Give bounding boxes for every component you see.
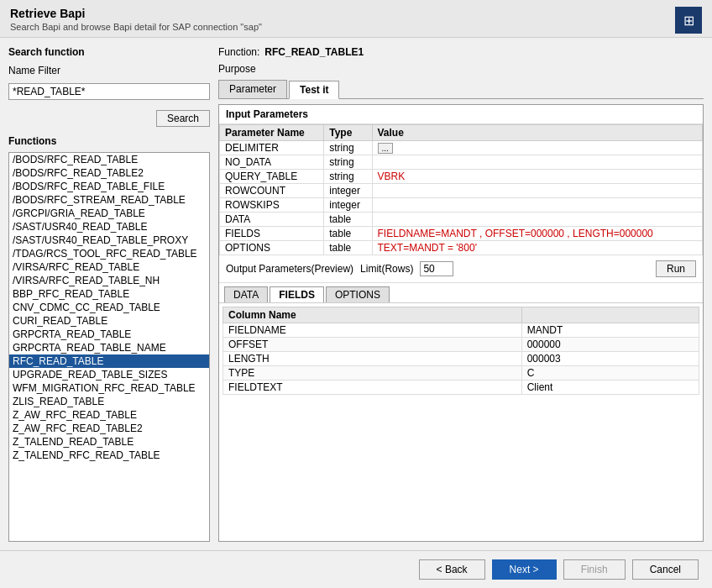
output-params-label: Output Parameters(Preview) — [226, 263, 353, 275]
name-filter-input[interactable] — [8, 83, 210, 100]
output-col-cell: FIELDTEXT — [223, 381, 522, 395]
function-list-item[interactable]: GRPCRTA_READ_TABLE — [9, 328, 209, 341]
output-tab-bar: DATAFIELDSOPTIONS — [219, 283, 703, 303]
cancel-button[interactable]: Cancel — [632, 559, 699, 580]
table-row: ROWSKIPSinteger — [220, 198, 703, 213]
ellipsis-button[interactable]: ... — [378, 143, 393, 154]
output-col-name: Column Name — [223, 307, 522, 323]
search-row: Search — [8, 107, 210, 127]
param-name-cell: DATA — [220, 213, 324, 227]
param-value-cell[interactable]: FIELDNAME=MANDT , OFFSET=000000 , LENGTH… — [372, 227, 702, 241]
function-list-item[interactable]: RFC_READ_TABLE — [9, 354, 209, 368]
param-value-cell[interactable] — [372, 213, 702, 227]
table-row: DATAtable — [220, 213, 703, 227]
table-row: QUERY_TABLEstringVBRK — [220, 170, 703, 184]
right-panel: Function: RFC_READ_TABLE1 Purpose Parame… — [218, 46, 704, 542]
output-table-container: Column Name FIELDNAMEMANDTOFFSET000000LE… — [219, 303, 703, 541]
output-col-cell: TYPE — [223, 366, 522, 381]
output-col-cell: OFFSET — [223, 338, 522, 352]
function-list-item[interactable]: UPGRADE_READ_TABLE_SIZES — [9, 368, 209, 381]
param-value-cell[interactable]: VBRK — [372, 170, 702, 184]
function-list-item[interactable]: Z_AW_RFC_READ_TABLE — [9, 408, 209, 422]
output-tab-data[interactable]: DATA — [224, 286, 268, 302]
tab-testit[interactable]: Test it — [289, 81, 339, 99]
function-list-item[interactable]: Z_AW_RFC_READ_TABLE2 — [9, 422, 209, 435]
function-list-item[interactable]: Z_TALEND_RFC_READ_TABLE — [9, 449, 209, 462]
search-function-label: Search function — [8, 46, 210, 58]
function-list-item[interactable]: /VIRSA/RFC_READ_TABLE_NH — [9, 274, 209, 287]
next-button[interactable]: Next > — [492, 559, 557, 580]
main-content: Search function Name Filter Search Funct… — [0, 38, 712, 550]
param-value-cell[interactable] — [372, 198, 702, 213]
left-panel: Search function Name Filter Search Funct… — [8, 46, 210, 542]
output-col-cell: FIELDNAME — [223, 323, 522, 338]
table-row: OFFSET000000 — [223, 338, 699, 352]
function-list-item[interactable]: CURI_READ_TABLE — [9, 314, 209, 328]
tab-parameter[interactable]: Parameter — [218, 80, 287, 98]
output-col-cell: LENGTH — [223, 352, 522, 366]
function-list-item[interactable]: /BODS/RFC_READ_TABLE_FILE — [9, 180, 209, 193]
output-val-cell: Client — [521, 381, 699, 395]
table-row: ROWCOUNTinteger — [220, 184, 703, 198]
param-value-cell[interactable] — [372, 155, 702, 170]
param-type-cell: string — [324, 155, 372, 170]
back-button[interactable]: < Back — [419, 559, 485, 580]
footer: < Back Next > Finish Cancel — [0, 550, 712, 588]
col-param-name: Parameter Name — [220, 125, 324, 141]
output-val-cell: MANDT — [521, 323, 699, 338]
function-list-item[interactable]: /BODS/RFC_READ_TABLE2 — [9, 166, 209, 180]
search-button[interactable]: Search — [156, 110, 210, 127]
param-type-cell: table — [324, 227, 372, 241]
dialog-subtitle: Search Bapi and browse Bapi detail for S… — [10, 22, 262, 32]
purpose-label: Purpose — [218, 63, 704, 75]
function-list-item[interactable]: ZLIS_READ_TABLE — [9, 395, 209, 408]
title-bar-left: Retrieve Bapi Search Bapi and browse Bap… — [10, 7, 262, 32]
output-val-cell: C — [521, 366, 699, 381]
param-type-cell: table — [324, 213, 372, 227]
function-list-item[interactable]: /GRCPI/GRIA_READ_TABLE — [9, 207, 209, 220]
function-list-item[interactable]: /TDAG/RCS_TOOL_RFC_READ_TABLE — [9, 247, 209, 260]
table-row: DELIMITERstring... — [220, 141, 703, 155]
name-filter-label: Name Filter — [8, 65, 210, 76]
function-list-item[interactable]: GRPCRTA_READ_TABLE_NAME — [9, 341, 209, 354]
finish-button: Finish — [563, 559, 626, 580]
function-list-item[interactable]: Z_TALEND_READ_TABLE — [9, 435, 209, 449]
param-name-cell: FIELDS — [220, 227, 324, 241]
function-label: Function: — [218, 46, 259, 58]
param-value-cell[interactable]: TEXT=MANDT = '800' — [372, 241, 702, 255]
function-list-item[interactable]: /SAST/USR40_READ_TABLE — [9, 220, 209, 234]
tab-bar: ParameterTest it — [218, 80, 704, 99]
function-list-item[interactable]: /BODS/RFC_READ_TABLE — [9, 153, 209, 166]
table-row: NO_DATAstring — [220, 155, 703, 170]
param-name-cell: DELIMITER — [220, 141, 324, 155]
app-icon: ⊞ — [675, 7, 702, 34]
limit-rows-input[interactable] — [420, 261, 453, 276]
dialog: Retrieve Bapi Search Bapi and browse Bap… — [0, 0, 712, 588]
col-param-value: Value — [372, 125, 702, 141]
output-val-cell: 000003 — [521, 352, 699, 366]
function-name-value: RFC_READ_TABLE1 — [264, 46, 364, 58]
function-list-item[interactable]: WFM_MIGRATION_RFC_READ_TABLE — [9, 381, 209, 395]
table-row: FIELDStableFIELDNAME=MANDT , OFFSET=0000… — [220, 227, 703, 241]
title-bar: Retrieve Bapi Search Bapi and browse Bap… — [0, 0, 712, 38]
function-list-item[interactable]: /SAST/USR40_READ_TABLE_PROXY — [9, 234, 209, 247]
param-value-cell[interactable] — [372, 184, 702, 198]
functions-list: /BODS/RFC_READ_TABLE/BODS/RFC_READ_TABLE… — [8, 152, 210, 542]
param-name-cell: ROWCOUNT — [220, 184, 324, 198]
table-row: OPTIONStableTEXT=MANDT = '800' — [220, 241, 703, 255]
function-list-item[interactable]: CNV_CDMC_CC_READ_TABLE — [9, 301, 209, 314]
functions-label: Functions — [8, 135, 210, 147]
output-tab-fields[interactable]: FIELDS — [270, 286, 324, 302]
dialog-title: Retrieve Bapi — [10, 7, 262, 20]
param-type-cell: integer — [324, 184, 372, 198]
function-list-item[interactable]: /VIRSA/RFC_READ_TABLE — [9, 260, 209, 274]
param-type-cell: string — [324, 141, 372, 155]
run-button[interactable]: Run — [656, 260, 696, 277]
function-list-item[interactable]: /BODS/RFC_STREAM_READ_TABLE — [9, 193, 209, 207]
param-value-cell[interactable]: ... — [372, 141, 702, 155]
function-list-item[interactable]: BBP_RFC_READ_TABLE — [9, 287, 209, 301]
table-row: TYPEC — [223, 366, 699, 381]
param-name-cell: NO_DATA — [220, 155, 324, 170]
function-name-row: Function: RFC_READ_TABLE1 — [218, 46, 704, 58]
output-tab-options[interactable]: OPTIONS — [326, 286, 390, 302]
